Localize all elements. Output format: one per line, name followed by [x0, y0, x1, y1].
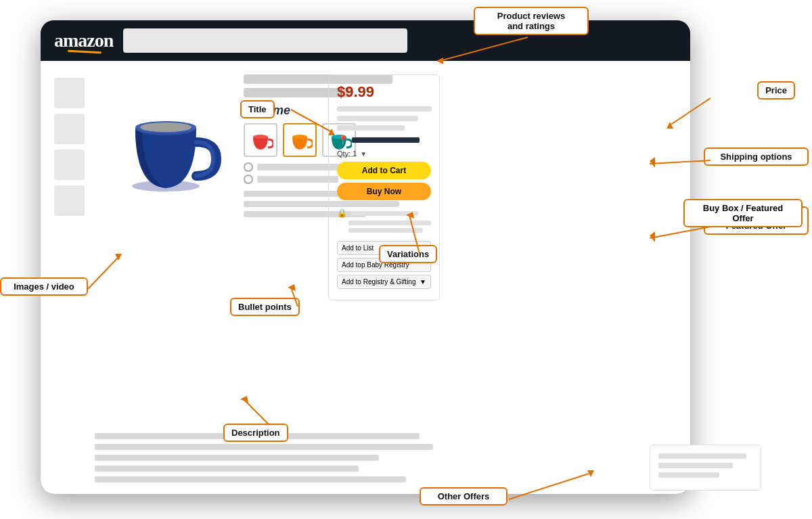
thumb-1[interactable]: [54, 78, 85, 108]
desc-line-4: [95, 466, 359, 472]
price: $9.99: [337, 83, 431, 101]
product-area: ✓ prime: [41, 61, 690, 426]
qty-label: Qty: 1: [337, 150, 357, 158]
device-frame: amazon: [41, 20, 690, 494]
add-registry-gifting-button[interactable]: Add to Registry & Gifting ▼: [337, 275, 431, 289]
lock-row-2: [337, 221, 431, 225]
desc-line-2: [95, 444, 433, 450]
description-section: [41, 426, 690, 494]
annotation-shipping: Shipping options: [704, 148, 809, 166]
location-row: 📍: [337, 135, 431, 145]
annotation-images-video: Images / video: [0, 277, 88, 296]
add-to-cart-button[interactable]: Add to Cart: [337, 162, 431, 179]
buy-box: $9.99 📍 Qty: 1 ▼ Add to Cart Buy Now 🔒: [328, 74, 440, 300]
add-to-list-label: Add to List: [342, 244, 374, 252]
lock-row-3: [337, 228, 431, 233]
lock-bar-2: [348, 221, 431, 225]
desc-line-3: [95, 455, 379, 461]
annotation-title: Title: [240, 100, 275, 118]
offer-line-1: [658, 453, 746, 459]
bb-line-1: [337, 106, 432, 112]
registry-dropdown-arrow: ▼: [420, 278, 426, 286]
thumb-2[interactable]: [54, 114, 85, 144]
offer-line-3: [658, 472, 719, 478]
svg-point-4: [253, 135, 268, 139]
offer-line-2: [658, 463, 733, 468]
annotation-variations: Variations: [379, 245, 437, 263]
bb-line-2: [337, 116, 418, 121]
lock-icon: 🔒: [337, 208, 347, 218]
lock-row: 🔒: [337, 208, 431, 218]
annotation-product-reviews: Product reviewsand ratings: [474, 7, 589, 35]
annotation-bullet-points: Bullet points: [230, 298, 300, 316]
page-content: ✓ prime: [41, 61, 690, 494]
buy-now-button[interactable]: Buy Now: [337, 183, 431, 200]
annotation-other-offers: Other Offers: [420, 487, 508, 505]
variation-red[interactable]: [244, 123, 277, 157]
lock-bar-3: [348, 228, 423, 233]
other-offers-box: [650, 445, 761, 491]
amazon-header: amazon: [41, 20, 690, 61]
image-column: [54, 74, 91, 413]
qty-row: Qty: 1 ▼: [337, 150, 431, 158]
radio-2[interactable]: [244, 175, 253, 184]
amazon-logo: amazon: [54, 30, 113, 51]
add-registry-gifting-label: Add to Registry & Gifting: [342, 278, 416, 286]
option-bar-2: [257, 176, 338, 183]
main-product: ✓ prime: [102, 74, 318, 413]
radio-1[interactable]: [244, 162, 253, 172]
search-bar[interactable]: [123, 28, 407, 53]
annotation-box-featured-offer-buy: Buy Box / Featured Offer: [683, 199, 803, 227]
variation-orange[interactable]: [283, 123, 317, 157]
desc-line-5: [95, 476, 406, 482]
annotation-price: Price: [757, 81, 795, 99]
location-bar: [352, 137, 420, 143]
lock-bar-1: [351, 211, 418, 216]
product-main-image[interactable]: [102, 74, 237, 210]
bb-line-3: [337, 125, 405, 131]
svg-point-3: [140, 122, 191, 132]
thumb-3[interactable]: [54, 150, 85, 180]
qty-dropdown-icon: ▼: [360, 150, 367, 158]
svg-point-5: [292, 135, 307, 139]
thumb-4[interactable]: [54, 185, 85, 216]
annotation-description: Description: [223, 424, 288, 442]
pin-icon: 📍: [337, 135, 348, 145]
